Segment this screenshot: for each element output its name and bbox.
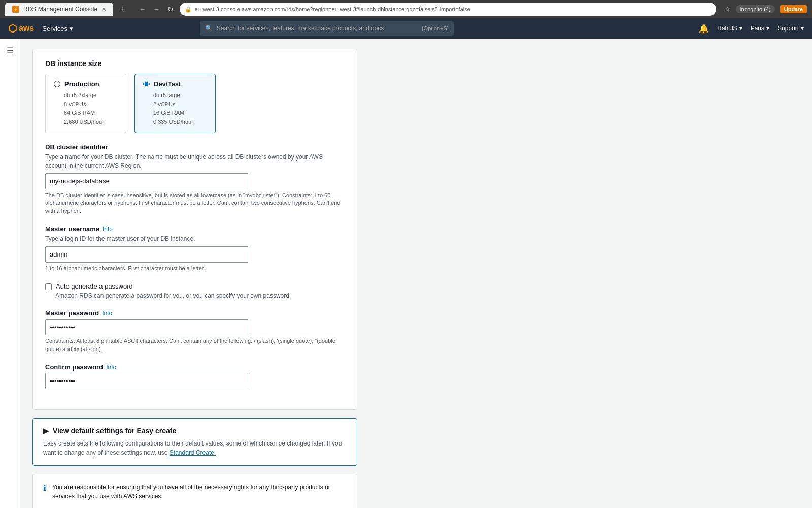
browser-controls: ← → ↻ bbox=[137, 4, 176, 14]
production-radio[interactable] bbox=[54, 81, 60, 87]
support-label: Support bbox=[777, 25, 799, 32]
browser-chrome: ⚡ RDS Management Console ✕ + ← → ↻ 🔒 eu-… bbox=[0, 0, 812, 18]
master-password-section: Master password Info Constraints: At lea… bbox=[45, 309, 345, 353]
master-password-input[interactable] bbox=[45, 319, 248, 335]
aws-logo-icon: ⬡ bbox=[8, 22, 17, 35]
user-menu[interactable]: RahulS bbox=[717, 25, 742, 32]
user-chevron-icon bbox=[739, 25, 742, 32]
forward-button[interactable]: → bbox=[151, 4, 162, 14]
easy-create-card: View default settings for Easy create Ea… bbox=[32, 418, 357, 466]
form-card: DB instance size Production db.r5.2xlarg… bbox=[32, 49, 357, 410]
aws-logo[interactable]: ⬡ aws bbox=[8, 22, 34, 35]
browser-tab[interactable]: ⚡ RDS Management Console ✕ bbox=[5, 3, 113, 16]
db-cluster-identifier-hint: The DB cluster identifier is case-insens… bbox=[45, 192, 345, 215]
notice-info-icon: ℹ bbox=[43, 483, 46, 493]
services-menu[interactable]: Services bbox=[42, 25, 73, 33]
confirm-password-input[interactable] bbox=[45, 373, 248, 389]
bookmark-icon[interactable]: ☆ bbox=[724, 5, 731, 13]
auto-generate-password-description: Amazon RDS can generate a password for y… bbox=[45, 292, 345, 299]
instance-size-options: Production db.r5.2xlarge 8 vCPUs 64 GiB … bbox=[45, 74, 345, 133]
services-chevron-icon bbox=[70, 25, 73, 33]
db-cluster-identifier-label: DB cluster identifier bbox=[45, 143, 345, 151]
aws-wordmark: aws bbox=[19, 24, 34, 33]
notifications-icon[interactable]: 🔔 bbox=[699, 24, 709, 34]
auto-generate-password-section: Auto generate a password Amazon RDS can … bbox=[45, 282, 345, 299]
easy-create-chevron-icon bbox=[43, 427, 49, 435]
tab-favicon: ⚡ bbox=[12, 6, 19, 13]
master-password-hint: Constraints: At least 8 printable ASCII … bbox=[45, 337, 345, 353]
master-username-description: Type a login ID for the master user of y… bbox=[45, 235, 345, 243]
master-username-input[interactable] bbox=[45, 246, 248, 263]
confirm-password-info-link[interactable]: Info bbox=[106, 364, 116, 371]
main-content: DB instance size Production db.r5.2xlarg… bbox=[20, 39, 812, 508]
refresh-button[interactable]: ↻ bbox=[165, 4, 176, 14]
aws-navigation: ⬡ aws Services 🔍 Search for services, fe… bbox=[0, 18, 812, 39]
back-button[interactable]: ← bbox=[137, 4, 148, 14]
dev-test-option[interactable]: Dev/Test db.r5.large 2 vCPUs 16 GiB RAM … bbox=[134, 74, 216, 133]
master-username-label: Master username Info bbox=[45, 225, 345, 233]
url-text: eu-west-3.console.aws.amazon.com/rds/hom… bbox=[195, 6, 470, 12]
tab-close-button[interactable]: ✕ bbox=[101, 6, 106, 13]
region-menu[interactable]: Paris bbox=[751, 25, 769, 32]
confirm-password-section: Confirm password Info bbox=[45, 363, 345, 389]
master-password-info-link[interactable]: Info bbox=[102, 310, 112, 317]
production-option-label[interactable]: Production bbox=[54, 80, 118, 88]
global-search[interactable]: 🔍 Search for services, features, marketp… bbox=[200, 21, 454, 36]
master-username-info-link[interactable]: Info bbox=[103, 226, 113, 233]
dev-test-details: db.r5.large 2 vCPUs 16 GiB RAM 0.335 USD… bbox=[143, 91, 207, 126]
master-password-label: Master password Info bbox=[45, 309, 345, 317]
user-label: RahulS bbox=[717, 25, 737, 32]
support-chevron-icon bbox=[801, 25, 804, 32]
db-cluster-identifier-section: DB cluster identifier Type a name for yo… bbox=[45, 143, 345, 215]
search-placeholder-text: Search for services, features, marketpla… bbox=[217, 25, 418, 32]
dev-test-option-label[interactable]: Dev/Test bbox=[143, 80, 207, 88]
confirm-password-label: Confirm password Info bbox=[45, 363, 345, 371]
db-cluster-identifier-input[interactable] bbox=[45, 173, 248, 189]
db-cluster-identifier-description: Type a name for your DB cluster. The nam… bbox=[45, 153, 345, 170]
update-button[interactable]: Update bbox=[780, 5, 807, 13]
auto-generate-password-row: Auto generate a password bbox=[45, 282, 345, 290]
auto-generate-password-checkbox[interactable] bbox=[45, 283, 52, 290]
search-icon: 🔍 bbox=[205, 25, 213, 32]
support-menu[interactable]: Support bbox=[777, 25, 804, 32]
easy-create-title: View default settings for Easy create bbox=[53, 427, 176, 435]
production-option[interactable]: Production db.r5.2xlarge 8 vCPUs 64 GiB … bbox=[45, 74, 126, 133]
master-username-hint: 1 to 16 alphanumeric characters. First c… bbox=[45, 265, 345, 272]
production-details: db.r5.2xlarge 8 vCPUs 64 GiB RAM 2.680 U… bbox=[54, 91, 118, 126]
tab-title: RDS Management Console bbox=[23, 6, 97, 13]
page-layout: ☰ DB instance size Production db.r5.2xla… bbox=[0, 39, 812, 508]
notice-text: You are responsible for ensuring that yo… bbox=[52, 483, 347, 501]
master-username-section: Master username Info Type a login ID for… bbox=[45, 225, 345, 272]
easy-create-description: Easy create sets the following configura… bbox=[43, 439, 347, 457]
search-shortcut-text: [Option+S] bbox=[422, 25, 449, 31]
notice-card: ℹ You are responsible for ensuring that … bbox=[32, 474, 357, 508]
browser-actions: ☆ Incognito (4) Update bbox=[724, 5, 807, 13]
address-bar[interactable]: 🔒 eu-west-3.console.aws.amazon.com/rds/h… bbox=[180, 3, 716, 16]
lock-icon: 🔒 bbox=[185, 6, 192, 13]
db-instance-size-section: DB instance size Production db.r5.2xlarg… bbox=[45, 59, 345, 133]
sidebar: ☰ bbox=[0, 39, 20, 508]
nav-right-section: 🔔 RahulS Paris Support bbox=[699, 24, 804, 34]
services-label: Services bbox=[42, 25, 67, 33]
region-chevron-icon bbox=[766, 25, 769, 32]
region-label: Paris bbox=[751, 25, 764, 32]
dev-test-radio[interactable] bbox=[143, 81, 150, 87]
new-tab-button[interactable]: + bbox=[117, 3, 129, 16]
standard-create-link[interactable]: Standard Create. bbox=[170, 449, 216, 456]
db-instance-size-label: DB instance size bbox=[45, 59, 345, 68]
easy-create-header[interactable]: View default settings for Easy create bbox=[43, 427, 347, 435]
incognito-button[interactable]: Incognito (4) bbox=[736, 5, 775, 13]
sidebar-toggle-button[interactable]: ☰ bbox=[4, 43, 17, 58]
auto-generate-password-label[interactable]: Auto generate a password bbox=[56, 282, 133, 290]
